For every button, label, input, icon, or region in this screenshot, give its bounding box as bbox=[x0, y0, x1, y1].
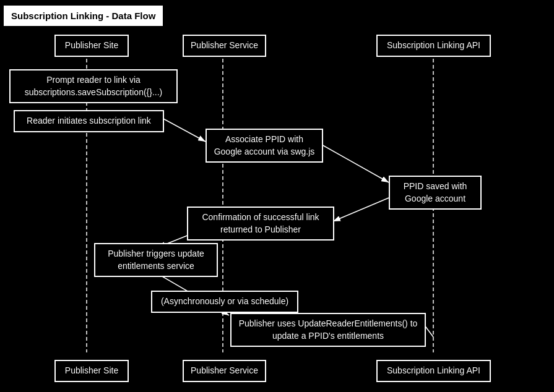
svg-line-5 bbox=[321, 144, 389, 182]
subscription-linking-api-header-bottom: Subscription Linking API bbox=[376, 360, 491, 382]
publisher-site-header-bottom: Publisher Site bbox=[54, 360, 129, 382]
reader-initiates-box: Reader initiates subscription link bbox=[14, 110, 164, 132]
ppid-saved-box: PPID saved with Google account bbox=[389, 176, 482, 210]
publisher-site-header-top: Publisher Site bbox=[54, 35, 129, 57]
svg-line-6 bbox=[333, 198, 389, 221]
confirmation-box: Confirmation of successful link returned… bbox=[187, 207, 334, 241]
svg-line-4 bbox=[162, 118, 206, 142]
asynchronously-box: (Asynchronously or via schedule) bbox=[151, 291, 298, 313]
publisher-uses-box: Publisher uses UpdateReaderEntitlements(… bbox=[230, 313, 426, 347]
associate-ppid-box: Associate PPID with Google account via s… bbox=[206, 129, 323, 163]
prompt-box: Prompt reader to link via subscriptions.… bbox=[9, 69, 178, 103]
publisher-triggers-box: Publisher triggers update entitlements s… bbox=[94, 243, 218, 277]
publisher-service-header-top: Publisher Service bbox=[183, 35, 266, 57]
diagram-title: Subscription Linking - Data Flow bbox=[4, 6, 163, 26]
publisher-service-header-bottom: Publisher Service bbox=[183, 360, 266, 382]
subscription-linking-api-header-top: Subscription Linking API bbox=[376, 35, 491, 57]
